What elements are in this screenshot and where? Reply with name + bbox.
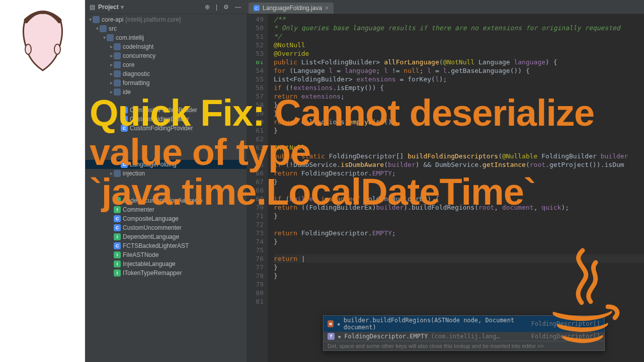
tree-node[interactable]: ▸diagnostic bbox=[86, 69, 247, 78]
tree-node[interactable] bbox=[86, 142, 247, 151]
avatar-panel bbox=[0, 0, 86, 362]
hide-icon[interactable]: — bbox=[233, 4, 243, 11]
class-icon: C bbox=[254, 5, 260, 11]
tree-node[interactable]: CCustomUncommenter bbox=[86, 223, 247, 232]
tree-node[interactable]: ▾com.intellij bbox=[86, 33, 247, 42]
gear-icon[interactable]: ⚙ bbox=[222, 4, 230, 11]
tree-node[interactable] bbox=[86, 187, 247, 196]
tree-node[interactable]: IITokenTypeRemapper bbox=[86, 268, 247, 278]
editor-panel: C LanguageFolding.java × 4950515253o↓ 54… bbox=[247, 0, 644, 362]
tree-node[interactable]: CFCTSBackedLighterAST bbox=[86, 241, 247, 250]
project-tree[interactable]: ▾core-api[intellij.platform.core]▾src▾co… bbox=[86, 14, 247, 362]
tree-node[interactable] bbox=[86, 133, 247, 142]
svg-point-1 bbox=[54, 44, 60, 54]
completion-item[interactable]: f★FoldingDescriptor.EMPTY(com.intellij.l… bbox=[324, 332, 604, 341]
svg-point-0 bbox=[25, 44, 31, 54]
sidebar-title[interactable]: Project▾ bbox=[98, 4, 124, 11]
tree-node[interactable]: ICommenter bbox=[86, 205, 247, 214]
gutter: 4950515253o↓ 545556575859606162636465666… bbox=[247, 14, 268, 362]
tree-node[interactable]: IFileASTNode bbox=[86, 250, 247, 259]
tree-node[interactable]: ▸concurrency bbox=[86, 51, 247, 60]
tree-node[interactable] bbox=[86, 97, 247, 106]
tree-node[interactable]: IInjectableLanguage bbox=[86, 259, 247, 268]
tree-node[interactable]: CCustomFoldingBuilder bbox=[86, 115, 247, 124]
presenter-avatar bbox=[15, 8, 70, 78]
tree-node[interactable] bbox=[86, 178, 247, 187]
tree-node[interactable] bbox=[86, 151, 247, 160]
code-area[interactable]: 4950515253o↓ 545556575859606162636465666… bbox=[247, 14, 644, 362]
project-icon: ▤ bbox=[90, 4, 95, 11]
tab-label: LanguageFolding.java bbox=[263, 5, 322, 12]
tree-node[interactable]: ▸injection bbox=[86, 169, 247, 178]
tree-node[interactable]: ▾core-api[intellij.platform.core] bbox=[86, 15, 247, 24]
tree-node[interactable]: ▸ide bbox=[86, 87, 247, 97]
tree-node[interactable]: CCompositeLanguage bbox=[86, 214, 247, 223]
tree-node[interactable]: CCompositeFoldingBuilder bbox=[86, 106, 247, 115]
close-icon[interactable]: × bbox=[325, 5, 329, 12]
completion-hint: Dot, space and some other keys will also… bbox=[324, 341, 604, 350]
tree-node[interactable]: ▾src bbox=[86, 24, 247, 33]
sidebar-header: ▤ Project▾ ⊕ | ⚙ — bbox=[86, 0, 247, 14]
tree-node[interactable]: CLanguageFolding bbox=[86, 160, 247, 169]
editor-tab[interactable]: C LanguageFolding.java × bbox=[249, 3, 334, 14]
project-sidebar: ▤ Project▾ ⊕ | ⚙ — ▾core-api[intellij.pl… bbox=[86, 0, 247, 362]
tree-node[interactable]: IDependentLanguage bbox=[86, 232, 247, 241]
tree-node[interactable]: ▸codeInsight bbox=[86, 42, 247, 51]
divider: | bbox=[214, 4, 219, 11]
editor-tabbar: C LanguageFolding.java × bbox=[247, 0, 644, 14]
code-lines[interactable]: /** * Only queries base language results… bbox=[268, 14, 644, 362]
tree-node[interactable]: ▸formatting bbox=[86, 78, 247, 87]
tree-node[interactable]: ICodeDocumentationAwareCo bbox=[86, 196, 247, 205]
target-icon[interactable]: ⊕ bbox=[203, 4, 211, 11]
tree-node[interactable]: ▸core bbox=[86, 60, 247, 69]
completion-item[interactable]: m★builder.buildFoldRegions(ASTNode node,… bbox=[324, 316, 604, 332]
completion-popup[interactable]: m★builder.buildFoldRegions(ASTNode node,… bbox=[323, 315, 605, 351]
tree-node[interactable]: CCustomFoldingProvider bbox=[86, 124, 247, 133]
